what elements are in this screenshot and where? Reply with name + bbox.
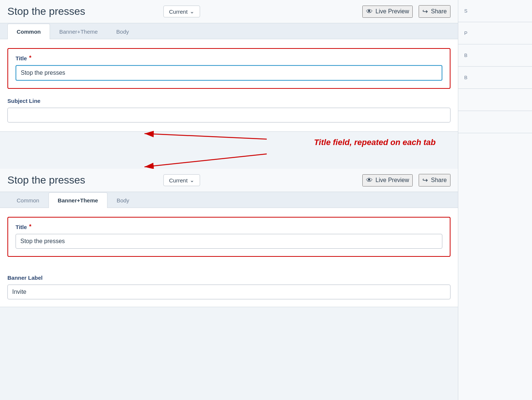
title-required-bottom: * xyxy=(29,223,31,230)
share-label-top: Share xyxy=(431,8,447,15)
chevron-down-icon-top: ⌄ xyxy=(190,8,194,15)
title-input-top[interactable] xyxy=(16,65,442,81)
tab-body-top[interactable]: Body xyxy=(107,24,138,39)
eye-icon-bottom: 👁 xyxy=(366,177,373,184)
share-label-bottom: Share xyxy=(431,177,447,184)
current-dropdown-bottom[interactable]: Current ⌄ xyxy=(163,174,200,186)
share-icon-top: ↪ xyxy=(422,7,428,16)
title-label-top: Title * xyxy=(16,55,442,61)
banner-label-input[interactable] xyxy=(7,285,450,299)
share-button-top[interactable]: ↪ Share xyxy=(419,5,450,18)
right-panel-item-6 xyxy=(458,111,532,133)
page-title-bottom: Stop the presses xyxy=(7,174,157,186)
title-input-bottom[interactable] xyxy=(16,234,442,249)
right-panel-item-5 xyxy=(458,89,532,111)
tab-common-bottom[interactable]: Common xyxy=(7,192,49,208)
top-panel-content: Title * Subject Line xyxy=(0,39,458,131)
tab-banner-theme-top[interactable]: Banner+Theme xyxy=(50,24,107,39)
subject-line-section: Subject Line xyxy=(7,98,450,122)
page-title-top: Stop the presses xyxy=(7,6,157,17)
live-preview-button-top[interactable]: 👁 Live Preview xyxy=(362,6,413,18)
title-required-top: * xyxy=(29,55,31,61)
share-icon-bottom: ↪ xyxy=(422,176,428,184)
chevron-down-icon-bottom: ⌄ xyxy=(190,177,194,184)
tab-body-bottom[interactable]: Body xyxy=(107,192,139,208)
tab-banner-theme-bottom[interactable]: Banner+Theme xyxy=(49,192,107,208)
bottom-panel-content: Title * xyxy=(0,208,458,275)
share-button-bottom[interactable]: ↪ Share xyxy=(419,174,450,186)
tab-common-top[interactable]: Common xyxy=(7,24,50,39)
top-header: Stop the presses Current ⌄ 👁 Live Previe… xyxy=(0,0,458,23)
live-preview-label-bottom: Live Preview xyxy=(376,177,409,184)
subject-label: Subject Line xyxy=(7,98,450,104)
tabs-bar-top: Common Banner+Theme Body xyxy=(0,23,458,39)
annotation-text: Title field, repeated on each tab xyxy=(314,137,436,148)
title-field-section-top: Title * xyxy=(7,48,450,89)
current-dropdown-label-top: Current xyxy=(169,9,187,15)
tabs-bar-bottom: Common Banner+Theme Body xyxy=(0,192,458,208)
right-panel-item-3: B xyxy=(458,44,532,67)
eye-icon-top: 👁 xyxy=(366,8,373,16)
title-label-bottom: Title * xyxy=(16,223,442,230)
right-panel-item-4: B xyxy=(458,67,532,89)
svg-line-3 xyxy=(144,154,267,167)
svg-line-2 xyxy=(144,134,267,139)
right-side-panel: S P B B xyxy=(458,0,532,400)
title-field-section-bottom: Title * xyxy=(7,217,450,257)
current-dropdown-top[interactable]: Current ⌄ xyxy=(163,6,200,17)
live-preview-label-top: Live Preview xyxy=(376,8,409,15)
subject-input[interactable] xyxy=(7,108,450,122)
banner-label-section: Banner Label xyxy=(0,275,458,307)
banner-label-label: Banner Label xyxy=(7,275,450,281)
bottom-header: Stop the presses Current ⌄ 👁 Live Previe… xyxy=(0,169,458,192)
right-panel-item-2: P xyxy=(458,22,532,44)
current-dropdown-label-bottom: Current xyxy=(169,177,187,184)
live-preview-button-bottom[interactable]: 👁 Live Preview xyxy=(362,174,413,186)
right-panel-item-1: S xyxy=(458,0,532,22)
